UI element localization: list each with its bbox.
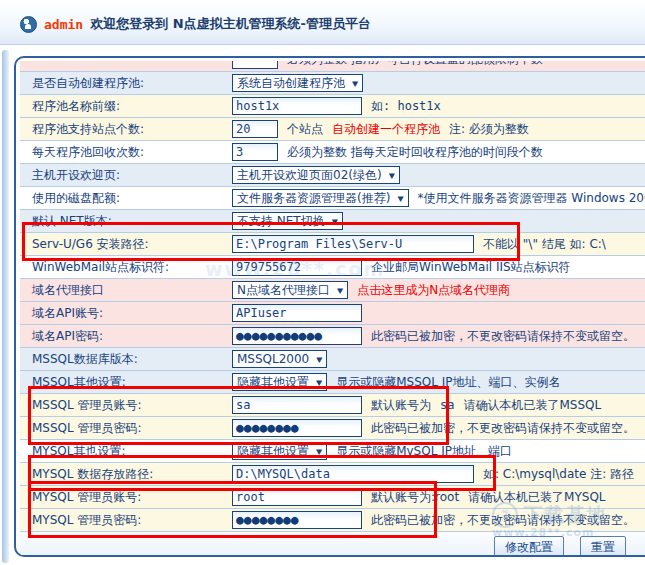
- note-text: 显示或隐藏MSSQL IP地址、端口、实例名: [336, 374, 560, 391]
- row-label: MYSQL 管理员密码:: [32, 512, 232, 529]
- note-text: 此密码已被加密，不更改密码请保持不变或留空。: [371, 420, 635, 437]
- row-label: MSSQL 管理员密码:: [32, 420, 232, 437]
- chevron-down-icon: ▼: [316, 447, 322, 455]
- note-text: 企业邮局WinWebMail IIS站点标识符: [371, 259, 571, 276]
- config-row: 默认.NET版本:不支持.NET切换▼: [20, 210, 645, 233]
- text-input[interactable]: D:\MYSQL\data: [232, 465, 474, 483]
- text-input[interactable]: 3: [232, 143, 278, 161]
- password-field[interactable]: ●●●●●●●●: [232, 419, 362, 437]
- dropdown-select[interactable]: 系统自动创建程序池▼: [232, 74, 363, 92]
- dropdown-select[interactable]: 文件服务器资源管理器(推荐)▼: [232, 189, 409, 207]
- row-label: MYSQL 数据存放路径:: [32, 466, 232, 483]
- config-row: MSSQL数据库版本:MSSQL2000▼: [20, 348, 645, 371]
- row-label: 是否自动创建程序池:: [32, 75, 232, 92]
- text-input[interactable]: host1x: [232, 97, 362, 115]
- row-label: 域名代理接口: [32, 282, 232, 299]
- dropdown-value: 隐藏其他设置: [237, 443, 309, 460]
- dropdown-value: N点域名代理接口: [237, 282, 330, 299]
- chevron-down-icon: ▼: [337, 286, 343, 294]
- dropdown-value: 主机开设欢迎页面02(绿色): [237, 167, 382, 184]
- chevron-down-icon: ▼: [397, 194, 403, 202]
- row-label: 每天程序池回收次数:: [32, 144, 232, 161]
- note-text: 显示或隐藏MySQL IP地址、端口: [336, 443, 512, 460]
- row-label: MSSQL 管理员账号:: [32, 397, 232, 414]
- row-label: 程序池名称前缀:: [32, 98, 232, 115]
- welcome-message: 欢迎您登录到 N点虚拟主机管理系统-管理员平台: [90, 15, 371, 33]
- config-row: MYSQL其也设置:隐藏其他设置▼显示或隐藏MySQL IP地址、端口: [20, 440, 645, 463]
- row-label: 域名API账号:: [32, 305, 232, 322]
- row-label: 默认.NET版本:: [32, 213, 232, 230]
- dropdown-select[interactable]: 隐藏其他设置▼: [232, 442, 327, 460]
- config-row: MYSQL 数据存放路径:D:\MYSQL\data如: C:\mysql\da…: [20, 463, 645, 486]
- footer-row: 修改配置重置: [20, 532, 645, 557]
- row-label: 使用的磁盘配额:: [32, 190, 232, 207]
- modify-config-button[interactable]: 修改配置: [494, 536, 564, 558]
- chevron-down-icon: ▼: [332, 217, 338, 225]
- text-input[interactable]: 20: [232, 120, 278, 138]
- chevron-down-icon: ▼: [352, 79, 358, 87]
- text-input[interactable]: sa: [232, 396, 362, 414]
- red-note-text: 点击这里成为N点域名代理商: [357, 282, 510, 299]
- config-row: 域名代理接口N点域名代理接口▼点击这里成为N点域名代理商: [20, 279, 645, 302]
- dropdown-value: 系统自动创建程序池: [237, 75, 345, 92]
- dropdown-value: 隐藏其他设置: [237, 374, 309, 391]
- text-input[interactable]: E:\Program Files\Serv-U: [232, 235, 474, 253]
- note-text: 此密码已被加密，不更改密码请保持不变或留空。: [371, 328, 635, 345]
- config-row: 每天程序池回收次数:3必须为整数 指每天定时回收程序池的时间段个数: [20, 141, 645, 164]
- note-text: 必须为整数 指用户可自行设置盘的配额限制个数: [287, 61, 543, 68]
- text-input[interactable]: APIuser: [232, 304, 362, 322]
- row-label: 域名API密码:: [32, 328, 232, 345]
- dropdown-value: 文件服务器资源管理器(推荐): [237, 190, 390, 207]
- row-label: 程序池支持站点个数:: [32, 121, 232, 138]
- config-row: 域名API账号:APIuser: [20, 302, 645, 325]
- note-text: 注: 必须为整数: [449, 121, 529, 138]
- config-row: MSSQL其他设置:隐藏其他设置▼显示或隐藏MSSQL IP地址、端口、实例名: [20, 371, 645, 394]
- config-row: 是否自动创建程序池:系统自动创建程序池▼: [20, 72, 645, 95]
- config-table: 必须为整数 指用户可自行设置盘的配额限制个数是否自动创建程序池:系统自动创建程序…: [20, 61, 645, 557]
- config-row: MSSQL 管理员密码:●●●●●●●●此密码已被加密，不更改密码请保持不变或留…: [20, 417, 645, 440]
- dropdown-select[interactable]: 不支持.NET切换▼: [232, 212, 343, 230]
- password-field[interactable]: ●●●●●●●●: [232, 511, 362, 529]
- header-bar: admin 欢迎您登录到 N点虚拟主机管理系统-管理员平台: [0, 0, 645, 45]
- row-label: WinWebMail站点标识符:: [32, 259, 232, 276]
- note-text: sa: [440, 398, 454, 412]
- dropdown-select[interactable]: N点域名代理接口▼: [232, 281, 348, 299]
- header-content: admin 欢迎您登录到 N点虚拟主机管理系统-管理员平台: [20, 15, 371, 33]
- row-label: MSSQL数据库版本:: [32, 351, 232, 368]
- config-panel: 必须为整数 指用户可自行设置盘的配额限制个数是否自动创建程序池:系统自动创建程序…: [14, 56, 645, 557]
- chevron-down-icon: ▼: [316, 355, 322, 363]
- note-text: 默认账号为:root: [371, 489, 459, 506]
- chevron-down-icon: ▼: [389, 171, 395, 179]
- password-field[interactable]: ●●●●●●●●●●●: [232, 327, 362, 345]
- config-row: 域名API密码:●●●●●●●●●●●此密码已被加密，不更改密码请保持不变或留空…: [20, 325, 645, 348]
- dropdown-select[interactable]: 隐藏其他设置▼: [232, 373, 327, 391]
- config-row: 主机开设欢迎页:主机开设欢迎页面02(绿色)▼: [20, 164, 645, 187]
- text-input[interactable]: root: [232, 488, 362, 506]
- config-row: WinWebMail站点标识符:979755672企业邮局WinWebMail …: [20, 256, 645, 279]
- red-note-text: 自动创建一个程序池: [332, 121, 440, 138]
- config-row: 使用的磁盘配额:文件服务器资源管理器(推荐)▼*使用文件服务器资源管理器 Win…: [20, 187, 645, 210]
- reset-button[interactable]: 重置: [580, 536, 626, 558]
- text-input[interactable]: 979755672: [232, 258, 362, 276]
- dropdown-value: 不支持.NET切换: [237, 213, 325, 230]
- row-label: Serv-U/G6 安装路径:: [32, 236, 232, 253]
- text-input[interactable]: [232, 61, 278, 69]
- row-label: MYSQL其也设置:: [32, 443, 232, 460]
- config-row: MYSQL 管理员密码:●●●●●●●●此密码已被加密，不更改密码请保持不变或留…: [20, 509, 645, 532]
- note-text: 请确认本机已装了MYSQL: [468, 489, 605, 506]
- row-label: 主机开设欢迎页:: [32, 167, 232, 184]
- config-row: MYSQL 管理员账号:root默认账号为:root请确认本机已装了MYSQL: [20, 486, 645, 509]
- dropdown-select[interactable]: 主机开设欢迎页面02(绿色)▼: [232, 166, 400, 184]
- dropdown-select[interactable]: MSSQL2000▼: [232, 350, 327, 368]
- config-row: 程序池支持站点个数:20个站点自动创建一个程序池注: 必须为整数: [20, 118, 645, 141]
- note-text: 默认账号为: [371, 397, 431, 414]
- config-row: 必须为整数 指用户可自行设置盘的配额限制个数: [20, 61, 645, 72]
- row-label: MYSQL 管理员账号:: [32, 489, 232, 506]
- row-label: MSSQL其他设置:: [32, 374, 232, 391]
- note-text: 必须为整数 指每天定时回收程序池的时间段个数: [287, 144, 543, 161]
- note-text: 个站点: [287, 121, 323, 138]
- logged-in-username: admin: [44, 17, 83, 32]
- dropdown-value: MSSQL2000: [237, 352, 309, 366]
- config-row: 程序池名称前缀:host1x如: host1x: [20, 95, 645, 118]
- left-edge-strip: [2, 50, 9, 563]
